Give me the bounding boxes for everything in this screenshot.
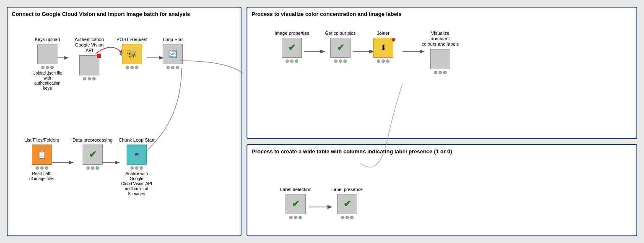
node-loop-label: Loop End [163,37,182,42]
node-list-files-dots [36,166,48,170]
dot-green [299,216,302,219]
node-chunk-loop[interactable]: Chunk Loop Start ≡ Analize with Google C… [119,137,155,196]
bottom-right-title: Process to create a wide table with colu… [247,145,636,157]
node-auth-box [79,55,99,75]
dot-green [443,71,447,74]
dot [382,59,385,63]
node-keys-upload-label: Keys upload [35,37,60,42]
node-keys-upload-box [37,44,57,64]
dot [377,59,380,63]
node-label-pres-label: Label presence [331,187,363,192]
node-list-files-box: 📋 [32,145,52,165]
dot [91,166,94,170]
node-image-props-label: Image properties [275,31,309,36]
dot [86,166,90,170]
node-data-preprocessing[interactable]: Data preprocessing ✔ [73,137,112,170]
dot [334,59,338,63]
node-label-pres-box: ✔ [337,194,357,214]
dot [135,166,138,170]
top-right-panel: Process to visualize color concentration… [247,7,637,139]
dot-green [295,59,298,63]
files-icon: 📋 [37,150,47,159]
node-keys-upload[interactable]: Keys upload Upload .json file with authe… [31,37,64,91]
left-panel-title: Connect to Google Cloud Vision and impor… [8,8,241,20]
dot [50,66,54,69]
checkmark-icon: ✔ [89,149,96,160]
node-label-det-box: ✔ [286,194,306,214]
dot [289,216,293,219]
dot [290,59,293,63]
node-image-props-box: ✔ [282,38,302,58]
node-keys-upload-desc: Upload .json file with authentication ke… [31,71,64,91]
left-panel: Connect to Google Cloud Vision and impor… [7,7,242,236]
dot [166,66,170,69]
dot [434,71,437,74]
node-chunk-desc: Analize with Google Cloud Vision API in … [120,171,153,196]
node-joiner[interactable]: Joiner ⬇ ✸ [373,31,393,63]
loop-icon: 🔄 [168,49,177,59]
node-label-det-dots [289,216,302,219]
checkmark-icon2: ✔ [288,42,296,53]
dot [88,77,91,80]
dot [140,166,143,170]
node-auth-label: Authentication Google Vision API [73,37,106,54]
joiner-icon: ⬇ [380,43,387,52]
node-post-dots [126,66,138,69]
dot [176,66,179,69]
node-get-colour-dots [334,59,347,63]
node-label-presence[interactable]: Label presence ✔ [331,187,363,219]
node-list-files[interactable]: List Files/Folders 📋 Read path of image … [24,137,59,181]
node-chunk-dots [130,166,143,170]
node-chunk-label: Chunk Loop Start [119,137,155,143]
node-get-colour[interactable]: Get colour pics ✔ [325,31,356,63]
dot [439,71,442,74]
dot [126,66,129,69]
dot-green [96,166,99,170]
node-loop-box: 🔄 [163,44,183,64]
dot [386,59,390,63]
node-get-colour-box: ✔ [330,38,351,58]
bottom-right-panel: Process to create a wide table with colu… [247,144,637,236]
dot [45,166,48,170]
bee-icon: 🐝 [127,49,137,59]
node-post-label: POST Request [117,37,148,42]
dot [341,216,344,219]
dot-green [343,59,347,63]
node-joiner-label: Joiner [377,31,390,36]
node-auth-dots [83,77,96,80]
node-visualize-label: Visualize dominant colours and labels [421,31,459,47]
node-visualize[interactable]: Visualize dominant colours and labels [421,31,459,74]
node-label-det-label: Label detection [280,187,312,192]
dot [41,66,44,69]
node-label-pres-dots [341,216,353,219]
dot [171,66,174,69]
dot [286,59,289,63]
node-list-files-desc: Read path of image files [29,171,54,181]
dot [135,66,138,69]
dot [130,166,134,170]
dot [294,216,297,219]
node-image-properties[interactable]: Image properties ✔ [275,31,309,63]
dot [345,216,349,219]
main-canvas: Connect to Google Cloud Vision and impor… [0,0,644,243]
dot [40,166,44,170]
node-post-request[interactable]: POST Request 🐝 [117,37,148,69]
node-chunk-box: ≡ [127,145,147,165]
node-post-box: 🐝 [122,44,142,64]
top-right-title: Process to visualize color concentration… [247,8,636,20]
node-joiner-dots [377,59,390,63]
node-image-props-dots [286,59,298,63]
spark-icon: ✸ [391,36,396,43]
checkmark-icon3: ✔ [337,42,344,53]
node-data-box: ✔ [83,145,103,165]
node-joiner-box: ⬇ ✸ [373,38,393,58]
dot [46,66,49,69]
dot [130,66,134,69]
checkmark-icon5: ✔ [343,199,351,209]
node-auth-google[interactable]: Authentication Google Vision API [73,37,106,80]
node-loop-end[interactable]: Loop End 🔄 [163,37,183,69]
node-get-colour-label: Get colour pics [325,31,356,36]
node-label-detection[interactable]: Label detection ✔ [280,187,312,219]
chunk-icon: ≡ [135,150,139,159]
node-visualize-dots [434,71,447,74]
